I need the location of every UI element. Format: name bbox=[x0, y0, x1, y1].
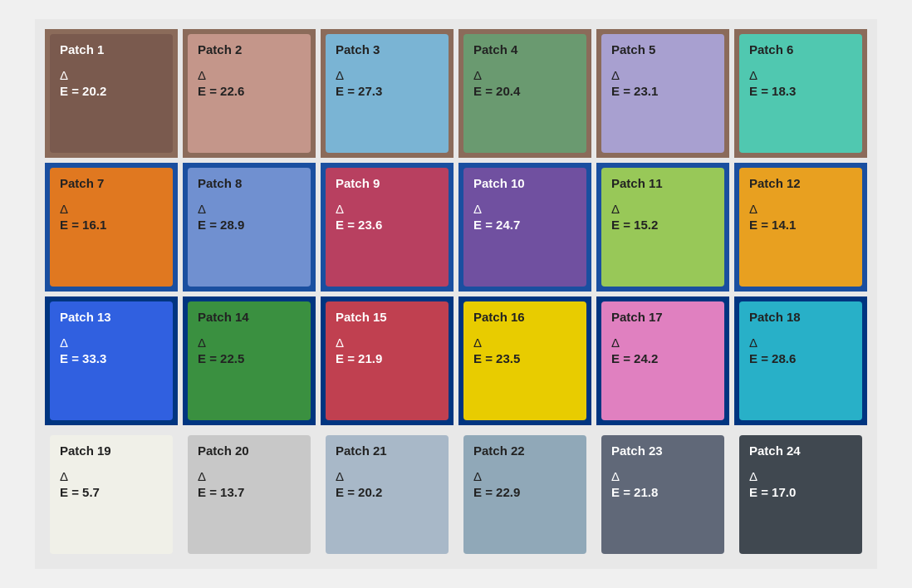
patch-name-4: Patch 4 bbox=[473, 42, 576, 56]
patch-name-19: Patch 19 bbox=[60, 443, 163, 458]
patch-cell-14: Patch 14ΔE = 22.5 bbox=[183, 296, 316, 425]
patch-e-12: E = 14.1 bbox=[749, 218, 852, 232]
patch-name-3: Patch 3 bbox=[336, 42, 439, 56]
patch-inner-11: Patch 11ΔE = 15.2 bbox=[601, 168, 724, 287]
patch-e-9: E = 23.6 bbox=[336, 218, 439, 232]
patch-delta-13: Δ bbox=[60, 336, 163, 350]
patch-name-14: Patch 14 bbox=[198, 310, 301, 324]
patch-inner-5: Patch 5ΔE = 23.1 bbox=[601, 34, 724, 153]
patch-delta-2: Δ bbox=[198, 68, 301, 82]
patch-cell-7: Patch 7ΔE = 16.1 bbox=[45, 163, 178, 292]
patch-delta-6: Δ bbox=[749, 68, 852, 82]
patch-inner-6: Patch 6ΔE = 18.3 bbox=[739, 34, 862, 153]
patch-e-15: E = 21.9 bbox=[336, 351, 439, 365]
patch-delta-15: Δ bbox=[336, 336, 439, 350]
patch-inner-20: Patch 20ΔE = 13.7 bbox=[188, 435, 311, 554]
patch-delta-18: Δ bbox=[749, 336, 852, 350]
patch-delta-7: Δ bbox=[60, 202, 163, 216]
patch-e-13: E = 33.3 bbox=[60, 351, 163, 365]
patch-cell-3: Patch 3ΔE = 27.3 bbox=[321, 29, 454, 158]
patch-e-6: E = 18.3 bbox=[749, 84, 852, 98]
patch-e-11: E = 15.2 bbox=[611, 218, 714, 232]
patch-name-21: Patch 21 bbox=[336, 443, 439, 458]
patch-name-8: Patch 8 bbox=[198, 176, 301, 190]
patch-cell-24: Patch 24ΔE = 17.0 bbox=[734, 430, 867, 559]
patch-e-18: E = 28.6 bbox=[749, 351, 852, 365]
patch-inner-15: Patch 15ΔE = 21.9 bbox=[326, 301, 449, 420]
patch-name-5: Patch 5 bbox=[611, 42, 714, 56]
patch-cell-5: Patch 5ΔE = 23.1 bbox=[596, 29, 729, 158]
patch-name-2: Patch 2 bbox=[198, 42, 301, 56]
patch-name-16: Patch 16 bbox=[473, 310, 576, 324]
patch-cell-6: Patch 6ΔE = 18.3 bbox=[734, 29, 867, 158]
patch-e-10: E = 24.7 bbox=[473, 218, 576, 232]
patch-name-17: Patch 17 bbox=[611, 310, 714, 324]
patch-cell-16: Patch 16ΔE = 23.5 bbox=[458, 296, 591, 425]
patch-delta-8: Δ bbox=[198, 202, 301, 216]
patch-cell-10: Patch 10ΔE = 24.7 bbox=[458, 163, 591, 292]
patch-delta-5: Δ bbox=[611, 68, 714, 82]
patch-cell-2: Patch 2ΔE = 22.6 bbox=[183, 29, 316, 158]
patch-cell-15: Patch 15ΔE = 21.9 bbox=[321, 296, 454, 425]
patch-inner-24: Patch 24ΔE = 17.0 bbox=[739, 435, 862, 554]
patch-inner-3: Patch 3ΔE = 27.3 bbox=[326, 34, 449, 153]
patch-delta-11: Δ bbox=[611, 202, 714, 216]
patch-inner-17: Patch 17ΔE = 24.2 bbox=[601, 301, 724, 420]
patch-inner-18: Patch 18ΔE = 28.6 bbox=[739, 301, 862, 420]
patch-delta-14: Δ bbox=[198, 336, 301, 350]
patch-e-22: E = 22.9 bbox=[473, 485, 576, 499]
patch-name-23: Patch 23 bbox=[611, 443, 714, 458]
patch-name-22: Patch 22 bbox=[473, 443, 576, 458]
patch-e-7: E = 16.1 bbox=[60, 218, 163, 232]
patch-name-13: Patch 13 bbox=[60, 310, 163, 324]
patch-e-20: E = 13.7 bbox=[198, 485, 301, 499]
patch-cell-12: Patch 12ΔE = 14.1 bbox=[734, 163, 867, 292]
patch-inner-22: Patch 22ΔE = 22.9 bbox=[463, 435, 586, 554]
patch-e-23: E = 21.8 bbox=[611, 485, 714, 499]
patch-cell-23: Patch 23ΔE = 21.8 bbox=[596, 430, 729, 559]
patch-cell-1: Patch 1ΔE = 20.2 bbox=[45, 29, 178, 158]
patch-inner-10: Patch 10ΔE = 24.7 bbox=[463, 168, 586, 287]
patch-delta-23: Δ bbox=[611, 469, 714, 483]
patch-inner-12: Patch 12ΔE = 14.1 bbox=[739, 168, 862, 287]
patch-inner-2: Patch 2ΔE = 22.6 bbox=[188, 34, 311, 153]
patch-cell-11: Patch 11ΔE = 15.2 bbox=[596, 163, 729, 292]
patch-name-15: Patch 15 bbox=[336, 310, 439, 324]
patch-cell-20: Patch 20ΔE = 13.7 bbox=[183, 430, 316, 559]
patch-e-1: E = 20.2 bbox=[60, 84, 163, 98]
patch-delta-12: Δ bbox=[749, 202, 852, 216]
patch-name-12: Patch 12 bbox=[749, 176, 852, 190]
patch-e-2: E = 22.6 bbox=[198, 84, 301, 98]
patch-cell-17: Patch 17ΔE = 24.2 bbox=[596, 296, 729, 425]
patch-e-16: E = 23.5 bbox=[473, 351, 576, 365]
patch-delta-10: Δ bbox=[473, 202, 576, 216]
patch-cell-22: Patch 22ΔE = 22.9 bbox=[458, 430, 591, 559]
patch-delta-3: Δ bbox=[336, 68, 439, 82]
patch-delta-17: Δ bbox=[611, 336, 714, 350]
patch-e-17: E = 24.2 bbox=[611, 351, 714, 365]
patch-name-24: Patch 24 bbox=[749, 443, 852, 458]
patch-delta-22: Δ bbox=[473, 469, 576, 483]
patch-name-1: Patch 1 bbox=[60, 42, 163, 56]
patch-inner-14: Patch 14ΔE = 22.5 bbox=[188, 301, 311, 420]
patch-e-8: E = 28.9 bbox=[198, 218, 301, 232]
patch-inner-21: Patch 21ΔE = 20.2 bbox=[326, 435, 449, 554]
patch-e-5: E = 23.1 bbox=[611, 84, 714, 98]
patch-cell-8: Patch 8ΔE = 28.9 bbox=[183, 163, 316, 292]
patch-cell-21: Patch 21ΔE = 20.2 bbox=[321, 430, 454, 559]
patch-inner-7: Patch 7ΔE = 16.1 bbox=[50, 168, 173, 287]
patch-e-19: E = 5.7 bbox=[60, 485, 163, 499]
patch-inner-1: Patch 1ΔE = 20.2 bbox=[50, 34, 173, 153]
patch-cell-18: Patch 18ΔE = 28.6 bbox=[734, 296, 867, 425]
patch-name-9: Patch 9 bbox=[336, 176, 439, 190]
patch-inner-8: Patch 8ΔE = 28.9 bbox=[188, 168, 311, 287]
patch-inner-16: Patch 16ΔE = 23.5 bbox=[463, 301, 586, 420]
patch-delta-19: Δ bbox=[60, 469, 163, 483]
patch-inner-4: Patch 4ΔE = 20.4 bbox=[463, 34, 586, 153]
patch-cell-4: Patch 4ΔE = 20.4 bbox=[458, 29, 591, 158]
patch-delta-20: Δ bbox=[198, 469, 301, 483]
patch-inner-19: Patch 19ΔE = 5.7 bbox=[50, 435, 173, 554]
patch-cell-9: Patch 9ΔE = 23.6 bbox=[321, 163, 454, 292]
patch-inner-23: Patch 23ΔE = 21.8 bbox=[601, 435, 724, 554]
patch-e-21: E = 20.2 bbox=[336, 485, 439, 499]
